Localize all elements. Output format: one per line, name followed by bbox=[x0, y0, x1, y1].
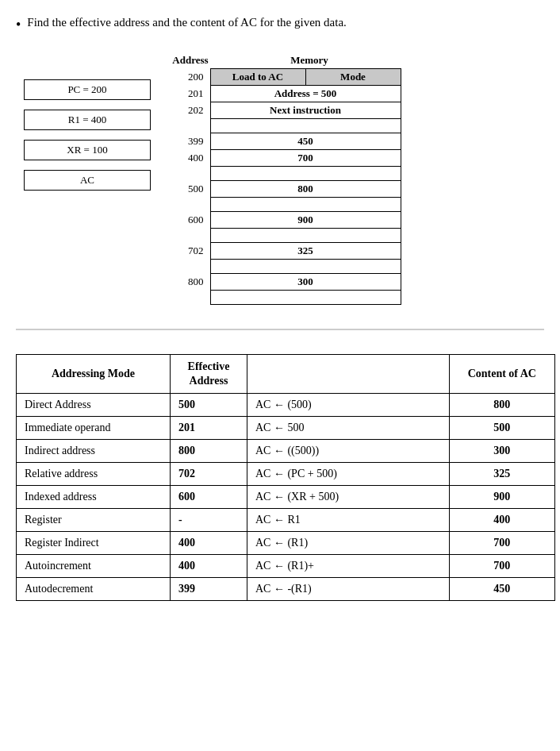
mem-row-spacer6 bbox=[167, 291, 401, 305]
addr-ea-cell: 800 bbox=[171, 440, 247, 463]
addr-expr-cell: AC ← (R1) bbox=[247, 532, 450, 555]
mem-row-500: 500 800 bbox=[167, 181, 401, 198]
addr-500: 500 bbox=[167, 181, 210, 198]
mem-row-800: 800 300 bbox=[167, 274, 401, 291]
addr-ea-cell: 702 bbox=[171, 463, 247, 486]
addr-expr-cell: AC ← R1 bbox=[247, 509, 450, 532]
val-325: 325 bbox=[210, 243, 401, 260]
intro-text: Find the effective address and the conte… bbox=[27, 16, 347, 29]
addr-expr-cell: AC ← -(R1) bbox=[247, 578, 450, 601]
addr-702: 702 bbox=[167, 243, 210, 260]
col-header-expr bbox=[247, 355, 450, 394]
addr-table-row: Indexed address600AC ← (XR + 500)900 bbox=[17, 486, 555, 509]
addr-ea-cell: 400 bbox=[171, 555, 247, 578]
addr-ea-cell: 400 bbox=[171, 532, 247, 555]
diagram-area: PC = 200 R1 = 400 XR = 100 AC Address Me… bbox=[16, 48, 544, 305]
addr-table-row: Relative address702AC ← (PC + 500)325 bbox=[17, 463, 555, 486]
addr-mode-cell: Register Indirect bbox=[17, 532, 171, 555]
addr-content-cell: 900 bbox=[449, 486, 554, 509]
val-800: 800 bbox=[210, 181, 401, 198]
addr-mode-cell: Autodecrement bbox=[17, 578, 171, 601]
addr-400: 400 bbox=[167, 150, 210, 167]
page: • Find the effective address and the con… bbox=[0, 0, 560, 751]
reg-xr: XR = 100 bbox=[24, 140, 151, 160]
addr-table-row: Register-AC ← R1400 bbox=[17, 509, 555, 532]
addr-content-cell: 450 bbox=[449, 578, 554, 601]
intro-line: • Find the effective address and the con… bbox=[16, 16, 544, 33]
mem-row-202: 202 Next instruction bbox=[167, 102, 401, 119]
registers-panel: PC = 200 R1 = 400 XR = 100 AC bbox=[24, 79, 151, 305]
col-header-content: Content of AC bbox=[449, 355, 554, 394]
mem-row-200: 200 Load to AC Mode bbox=[167, 69, 401, 86]
next-instruction: Next instruction bbox=[210, 102, 401, 119]
addr-content-cell: 400 bbox=[449, 509, 554, 532]
memory-table: 200 Load to AC Mode 201 Address = 500 20… bbox=[167, 68, 401, 305]
addr-ea-cell: 201 bbox=[171, 417, 247, 440]
addr-content-cell: 325 bbox=[449, 463, 554, 486]
addr-table-row: Autodecrement399AC ← -(R1)450 bbox=[17, 578, 555, 601]
addr-table-row: Register Indirect400AC ← (R1)700 bbox=[17, 532, 555, 555]
mem-row-600: 600 900 bbox=[167, 212, 401, 229]
addr-content-cell: 500 bbox=[449, 417, 554, 440]
mem-row-spacer3 bbox=[167, 198, 401, 212]
addr-expr-cell: AC ← (R1)+ bbox=[247, 555, 450, 578]
addr-201: 201 bbox=[167, 86, 210, 102]
addr-600: 600 bbox=[167, 212, 210, 229]
addr-expr-cell: AC ← (500) bbox=[247, 394, 450, 417]
mem-row-spacer4 bbox=[167, 229, 401, 243]
addr-expr-cell: AC ← ((500)) bbox=[247, 440, 450, 463]
load-to-ac: Load to AC bbox=[210, 69, 305, 86]
addr-table-row: Direct Address500AC ← (500)800 bbox=[17, 394, 555, 417]
mem-row-spacer5 bbox=[167, 260, 401, 274]
addr-content-cell: 700 bbox=[449, 555, 554, 578]
mem-header: Memory bbox=[214, 54, 405, 68]
addr-mode-cell: Direct Address bbox=[17, 394, 171, 417]
col-header-ea: Effective Address bbox=[171, 355, 247, 394]
addr-ea-cell: 500 bbox=[171, 394, 247, 417]
addr-table-row: Indirect address800AC ← ((500))300 bbox=[17, 440, 555, 463]
addr-mode-cell: Indirect address bbox=[17, 440, 171, 463]
addr-mode-cell: Immediate operand bbox=[17, 417, 171, 440]
addr-content-cell: 300 bbox=[449, 440, 554, 463]
addr-header: Address bbox=[167, 54, 214, 68]
addr-ea-cell: 399 bbox=[171, 578, 247, 601]
addr-202: 202 bbox=[167, 102, 210, 119]
addr-ea-cell: 600 bbox=[171, 486, 247, 509]
reg-ac: AC bbox=[24, 170, 151, 191]
mem-row-201: 201 Address = 500 bbox=[167, 86, 401, 102]
address-500: Address = 500 bbox=[210, 86, 401, 102]
mem-row-spacer1 bbox=[167, 119, 401, 133]
reg-r1: R1 = 400 bbox=[24, 110, 151, 130]
addr-mode-cell: Register bbox=[17, 509, 171, 532]
addr-content-cell: 800 bbox=[449, 394, 554, 417]
mem-row-702: 702 325 bbox=[167, 243, 401, 260]
mem-row-spacer2 bbox=[167, 167, 401, 181]
mode-label: Mode bbox=[305, 69, 401, 86]
addr-399: 399 bbox=[167, 133, 210, 150]
mem-row-399: 399 450 bbox=[167, 133, 401, 150]
val-450: 450 bbox=[210, 133, 401, 150]
addr-mode-cell: Autoincrement bbox=[17, 555, 171, 578]
addr-expr-cell: AC ← 500 bbox=[247, 417, 450, 440]
addr-expr-cell: AC ← (PC + 500) bbox=[247, 463, 450, 486]
mem-col-headers: Address Memory bbox=[167, 54, 405, 68]
memory-table-container: Address Memory 200 Load to AC Mode 201 A… bbox=[167, 54, 405, 305]
reg-pc: PC = 200 bbox=[24, 79, 151, 100]
mem-row-400: 400 700 bbox=[167, 150, 401, 167]
addr-table-row: Immediate operand201AC ← 500500 bbox=[17, 417, 555, 440]
addr-table-header-row: Addressing Mode Effective Address Conten… bbox=[17, 355, 555, 394]
val-700: 700 bbox=[210, 150, 401, 167]
bullet-point: • bbox=[16, 17, 21, 33]
addr-mode-cell: Relative address bbox=[17, 463, 171, 486]
section-separator bbox=[16, 329, 544, 330]
addr-ea-cell: - bbox=[171, 509, 247, 532]
val-900: 900 bbox=[210, 212, 401, 229]
addr-200: 200 bbox=[167, 69, 210, 86]
val-300: 300 bbox=[210, 274, 401, 291]
addr-expr-cell: AC ← (XR + 500) bbox=[247, 486, 450, 509]
addr-content-cell: 700 bbox=[449, 532, 554, 555]
addressing-table: Addressing Mode Effective Address Conten… bbox=[16, 354, 555, 601]
addr-table-row: Autoincrement400AC ← (R1)+700 bbox=[17, 555, 555, 578]
addr-mode-cell: Indexed address bbox=[17, 486, 171, 509]
addr-800: 800 bbox=[167, 274, 210, 291]
